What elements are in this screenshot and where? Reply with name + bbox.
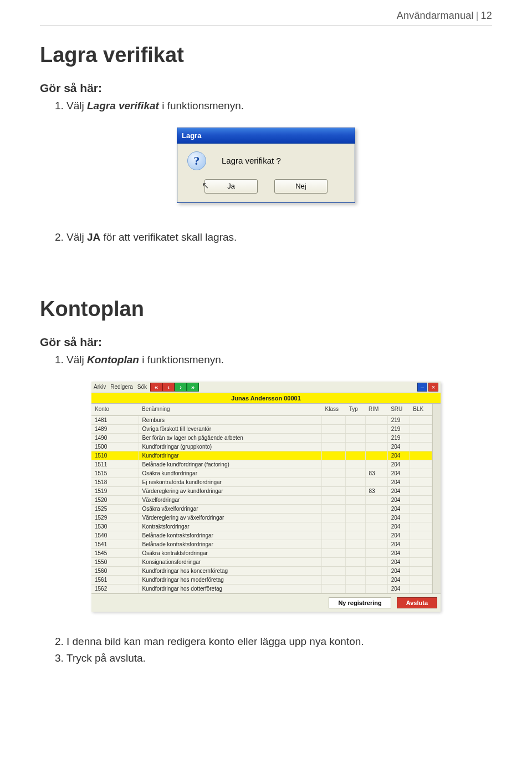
table-row[interactable]: 1490Ber förän av lager och pågående arbe… <box>91 433 432 442</box>
nav-first-icon[interactable]: « <box>150 383 162 392</box>
nav-prev-icon[interactable]: ‹ <box>162 383 175 392</box>
dialog-no-button[interactable]: Nej <box>274 179 328 194</box>
menu-arkiv[interactable]: Arkiv <box>94 384 106 390</box>
cell-klass <box>322 504 346 513</box>
cell-rim: 83 <box>365 486 387 495</box>
dialog-yes-button[interactable]: Ja <box>204 179 258 194</box>
cell-typ <box>346 477 365 486</box>
cell-konto: 1518 <box>91 477 139 486</box>
th-typ[interactable]: Typ <box>346 404 365 416</box>
cell-konto: 1515 <box>91 469 139 477</box>
table-row[interactable]: 1520Växelfordringar204 <box>91 495 432 504</box>
cell-konto: 1529 <box>91 513 139 522</box>
table-row[interactable]: 1530Kontraktsfordringar204 <box>91 522 432 531</box>
cell-blk <box>410 548 432 557</box>
nav-last-icon[interactable]: » <box>187 383 199 392</box>
dialog-titlebar[interactable]: Lagra <box>177 128 355 144</box>
cell-rim <box>365 442 387 451</box>
cell-rim <box>365 548 387 557</box>
table-row[interactable]: 1560Kundfordringar hos koncernföretag204 <box>91 566 432 575</box>
cell-sru: 204 <box>387 460 410 469</box>
th-klass[interactable]: Klass <box>322 404 346 416</box>
menu-sok[interactable]: Sök <box>137 384 147 390</box>
cell-sru: 204 <box>387 504 410 513</box>
table-row[interactable]: 1500Kundfordringar (gruppkonto)204 <box>91 442 432 451</box>
kontoplan-owner-bar: Junas Andersson 00001 <box>91 393 441 404</box>
cell-klass <box>322 557 346 566</box>
cell-rim <box>365 540 387 548</box>
dialog-lagra: Lagra ? Lagra verifikat ? ↖ Ja Nej <box>177 128 355 203</box>
table-row[interactable]: 1562Kundfordringar hos dotterföretag204 <box>91 584 432 593</box>
close-icon[interactable]: × <box>428 383 438 392</box>
table-row[interactable]: 1550Konsignationsfordringar204 <box>91 557 432 566</box>
cell-konto: 1545 <box>91 548 139 557</box>
cell-benamning: Kundfordringar <box>139 451 322 460</box>
cell-klass <box>322 548 346 557</box>
cell-typ <box>346 531 365 540</box>
nav-next-icon[interactable]: › <box>175 383 187 392</box>
table-row[interactable]: 1561Kundfordringar hos moderföretag204 <box>91 575 432 584</box>
dialog-title: Lagra <box>182 131 201 140</box>
table-row[interactable]: 1515Osäkra kundfordringar83204 <box>91 469 432 477</box>
menu-redigera[interactable]: Redigera <box>110 384 133 390</box>
table-row[interactable]: 1519Värdereglering av kundfordringar8320… <box>91 486 432 495</box>
table-row[interactable]: 1489Övriga förskott till leverantör219 <box>91 424 432 433</box>
cell-typ <box>346 495 365 504</box>
scrollbar[interactable] <box>432 404 441 593</box>
table-row[interactable]: 1525Osäkra växelfordringar204 <box>91 504 432 513</box>
cell-benamning: Kundfordringar hos moderföretag <box>139 575 322 584</box>
cell-typ <box>346 433 365 442</box>
cell-benamning: Ber förän av lager och pågående arbeten <box>139 433 322 442</box>
table-row[interactable]: 1510Kundfordringar204 <box>91 451 432 460</box>
cell-konto: 1520 <box>91 495 139 504</box>
cell-klass <box>322 451 346 460</box>
cell-rim <box>365 557 387 566</box>
th-blk[interactable]: BLK <box>410 404 432 416</box>
cell-benamning: Värdereglering av kundfordringar <box>139 486 322 495</box>
header-separator: | <box>476 10 479 21</box>
table-row[interactable]: 1518Ej reskontraförda kundfordringar204 <box>91 477 432 486</box>
cell-blk <box>410 495 432 504</box>
cell-konto: 1525 <box>91 504 139 513</box>
cell-klass <box>322 522 346 531</box>
table-row[interactable]: 1540Belånade kontraktsfordringar204 <box>91 531 432 540</box>
cell-klass <box>322 442 346 451</box>
cell-rim <box>365 477 387 486</box>
cell-rim <box>365 584 387 593</box>
cell-sru: 204 <box>387 477 410 486</box>
steps-list-lagra-1: Välj Lagra verifikat i funktionsmenyn. <box>40 98 492 114</box>
table-row[interactable]: 1545Osäkra kontraktsfordringar204 <box>91 548 432 557</box>
th-benamning[interactable]: Benämning <box>139 404 322 416</box>
cell-blk <box>410 460 432 469</box>
cell-klass <box>322 495 346 504</box>
cell-blk <box>410 504 432 513</box>
cell-blk <box>410 415 432 424</box>
kontoplan-menubar: Arkiv Redigera Sök « ‹ › » – × <box>91 382 441 393</box>
cell-blk <box>410 557 432 566</box>
cell-konto: 1519 <box>91 486 139 495</box>
cell-blk <box>410 486 432 495</box>
th-sru[interactable]: SRU <box>387 404 410 416</box>
cell-klass <box>322 584 346 593</box>
cell-typ <box>346 415 365 424</box>
section-title-kontoplan: Kontoplan <box>40 297 492 321</box>
section-title-lagra: Lagra verifikat <box>40 43 492 67</box>
close-button[interactable]: Avsluta <box>397 597 437 608</box>
kontoplan-window: Arkiv Redigera Sök « ‹ › » – × Junas And… <box>91 382 441 612</box>
th-rim[interactable]: RIM <box>365 404 387 416</box>
table-row[interactable]: 1511Belånade kundfordringar (factoring)2… <box>91 460 432 469</box>
cell-rim <box>365 513 387 522</box>
table-row[interactable]: 1481Remburs219 <box>91 415 432 424</box>
cell-rim <box>365 504 387 513</box>
cell-konto: 1510 <box>91 451 139 460</box>
subheading-lagra: Gör så här: <box>40 82 492 95</box>
table-row[interactable]: 1541Belånade kontraktsfordringar204 <box>91 540 432 548</box>
new-record-button[interactable]: Ny registrering <box>329 597 391 608</box>
th-konto[interactable]: Konto <box>91 404 139 416</box>
minimize-icon[interactable]: – <box>417 383 427 392</box>
dialog-body: ? Lagra verifikat ? <box>177 144 355 176</box>
steps-list-kontoplan-1: Välj Kontoplan i funktionsmenyn. <box>40 352 492 368</box>
cell-blk <box>410 522 432 531</box>
table-row[interactable]: 1529Värdereglering av växelfordringar204 <box>91 513 432 522</box>
cell-benamning: Remburs <box>139 415 322 424</box>
